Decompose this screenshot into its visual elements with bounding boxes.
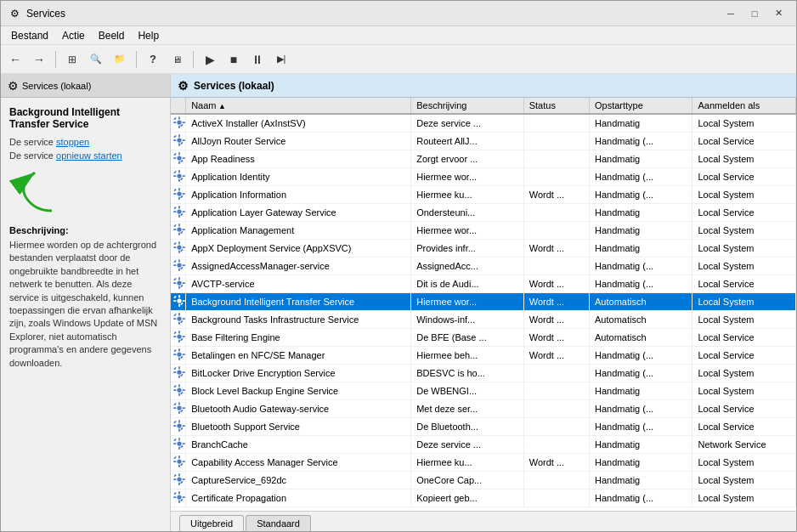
row-icon	[171, 472, 186, 490]
play-button[interactable]: ▶	[199, 48, 221, 71]
col-desc-header[interactable]: Beschrijving	[411, 98, 524, 114]
table-row[interactable]: AllJoyn Router ServiceRouteert AllJ...Ha…	[171, 133, 796, 150]
row-icon	[171, 186, 186, 204]
svg-point-141	[177, 477, 181, 481]
pause-button[interactable]: ⏸	[246, 48, 268, 71]
table-row[interactable]: Capability Access Manager ServiceHiermee…	[171, 454, 796, 472]
table-row[interactable]: Application ManagementHiermee wor...Hand…	[171, 222, 796, 240]
service-gear-icon	[173, 152, 185, 164]
row-icon	[171, 275, 186, 293]
row-icon	[171, 114, 186, 133]
menu-bestand[interactable]: Bestand	[4, 28, 55, 43]
svg-rect-62	[173, 260, 177, 263]
stop-button[interactable]: ■	[223, 48, 245, 71]
svg-rect-51	[178, 241, 180, 245]
table-row[interactable]: Background Intelligent Transfer ServiceH…	[171, 293, 796, 311]
table-row[interactable]: AppX Deployment Service (AppXSVC)Provide…	[171, 240, 796, 258]
search-button[interactable]: 🔍	[85, 48, 107, 71]
row-name: Application Identity	[186, 168, 411, 186]
row-status	[523, 133, 589, 150]
table-row[interactable]: Block Level Backup Engine ServiceDe WBEN…	[171, 382, 796, 400]
tab-uitgebreid[interactable]: Uitgebreid	[179, 515, 244, 531]
col-name-header[interactable]: Naam	[186, 98, 411, 114]
action1-prefix: De service	[9, 137, 56, 147]
service-gear-icon	[173, 420, 185, 432]
row-status	[523, 382, 589, 400]
svg-rect-149	[178, 491, 180, 495]
row-icon	[171, 418, 186, 436]
svg-rect-20	[173, 153, 177, 156]
col-status-header[interactable]: Status	[523, 98, 589, 114]
menu-actie[interactable]: Actie	[55, 28, 92, 43]
row-name: App Readiness	[186, 150, 411, 168]
table-row[interactable]: Betalingen en NFC/SE ManagerHiermee beh.…	[171, 347, 796, 365]
svg-rect-17	[178, 161, 180, 165]
services-table-wrapper[interactable]: Naam Beschrijving Status Opstarttype Aan…	[171, 98, 796, 511]
restart-link[interactable]: opnieuw starten	[56, 150, 122, 161]
table-row[interactable]: Background Tasks Infrastructure ServiceW…	[171, 311, 796, 329]
sidebar-header-text: Services (lokaal)	[22, 81, 91, 91]
maximize-button[interactable]: □	[743, 5, 766, 22]
table-row[interactable]: ActiveX Installer (AxInstSV)Deze service…	[171, 114, 796, 133]
row-logon: Local System	[692, 258, 796, 275]
help-button[interactable]: ?	[142, 48, 164, 71]
toolbar: ← → ⊞ 🔍 📁 ? 🖥 ▶ ■ ⏸ ▶|	[1, 45, 796, 74]
table-row[interactable]: CaptureService_692dcOneCore Cap...Handma…	[171, 472, 796, 490]
stop-link[interactable]: stoppen	[56, 137, 89, 147]
row-status	[523, 114, 589, 133]
service-gear-icon	[173, 456, 185, 467]
row-desc: Hiermee beh...	[411, 347, 524, 365]
svg-point-120	[177, 423, 181, 427]
table-row[interactable]: Base Filtering EngineDe BFE (Base ...Wor…	[171, 329, 796, 347]
grid-button[interactable]: ⊞	[61, 48, 83, 71]
close-button[interactable]: ✕	[767, 5, 789, 22]
forward-button[interactable]: →	[28, 48, 50, 71]
row-name: Application Information	[186, 186, 411, 204]
table-row[interactable]: Bluetooth Support ServiceDe Bluetooth...…	[171, 418, 796, 436]
row-name: Capability Access Manager Service	[186, 454, 411, 472]
menu-beeld[interactable]: Beeld	[92, 28, 132, 43]
svg-rect-19	[183, 157, 186, 159]
svg-rect-102	[173, 371, 177, 373]
computer-button[interactable]: 🖥	[166, 48, 188, 71]
table-row[interactable]: BranchCacheDeze service ...HandmatigNetw…	[171, 436, 796, 454]
svg-rect-151	[173, 496, 177, 498]
row-name: Bluetooth Audio Gateway-service	[186, 400, 411, 418]
table-row[interactable]: AssignedAccessManager-serviceAssignedAcc…	[171, 258, 796, 275]
table-row[interactable]: AVCTP-serviceDit is de Audi...Wordt ...H…	[171, 275, 796, 293]
svg-rect-152	[183, 496, 186, 498]
tab-standaard[interactable]: Standaard	[246, 515, 311, 531]
table-row[interactable]: Application Layer Gateway ServiceOnderst…	[171, 204, 796, 222]
table-row[interactable]: Certificate PropagationKopieert geb...Ha…	[171, 490, 796, 507]
table-row[interactable]: BitLocker Drive Encryption ServiceBDESVC…	[171, 365, 796, 382]
back-button[interactable]: ←	[4, 48, 26, 71]
table-row[interactable]: Bluetooth Audio Gateway-serviceMet deze …	[171, 400, 796, 418]
table-row[interactable]: Application InformationHiermee ku...Word…	[171, 186, 796, 204]
col-logon-header[interactable]: Aanmelden als	[692, 98, 796, 114]
row-desc: Hiermee wor...	[411, 222, 524, 240]
folder-button[interactable]: 📁	[109, 48, 131, 71]
svg-rect-60	[173, 264, 177, 266]
table-row[interactable]: App ReadinessZorgt ervoor ...HandmatigLo…	[171, 150, 796, 168]
restart-button[interactable]: ▶|	[270, 48, 292, 71]
menu-bar: Bestand Actie Beeld Help	[1, 26, 796, 45]
svg-rect-38	[178, 215, 180, 218]
table-row[interactable]: Application IdentityHiermee wor...Handma…	[171, 168, 796, 186]
row-icon	[171, 150, 186, 168]
svg-point-127	[177, 441, 181, 445]
svg-point-85	[177, 334, 181, 338]
menu-help[interactable]: Help	[131, 28, 166, 43]
separator-1	[55, 51, 56, 68]
row-startup: Handmatig	[590, 454, 692, 472]
row-status: Wordt ...	[523, 347, 589, 365]
col-startup-header[interactable]: Opstarttype	[590, 98, 692, 114]
minimize-button[interactable]: ─	[720, 5, 742, 22]
service-gear-icon	[173, 402, 185, 414]
svg-rect-61	[183, 264, 186, 266]
row-name: Background Tasks Infrastructure Service	[186, 311, 411, 329]
row-icon	[171, 240, 186, 258]
row-startup: Automatisch	[590, 329, 692, 347]
svg-rect-37	[178, 206, 180, 209]
row-icon	[171, 454, 186, 472]
svg-rect-76	[173, 296, 177, 299]
